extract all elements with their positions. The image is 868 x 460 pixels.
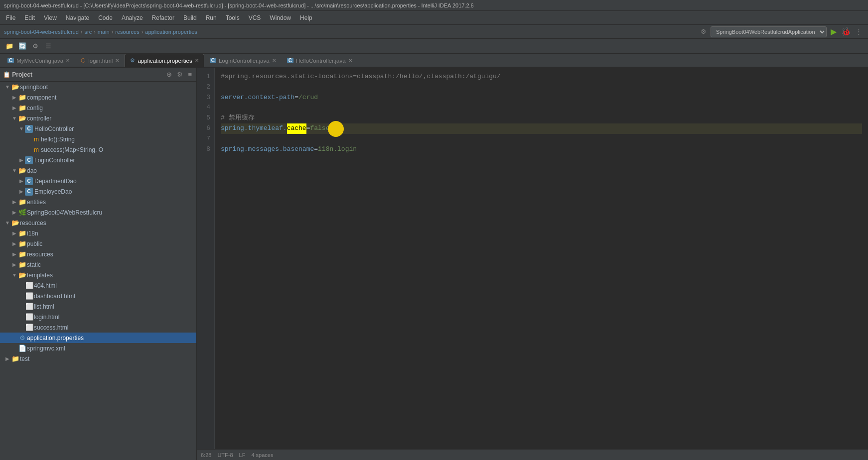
tree-label-hellocontroller: HelloController xyxy=(34,125,74,132)
tree-label-listhtml: list.html xyxy=(34,303,54,310)
sidebar-tool-sync[interactable]: ⊕ xyxy=(165,70,173,79)
code-area[interactable]: #spring.resources.static-locations=class… xyxy=(215,68,868,449)
menu-build[interactable]: Build xyxy=(179,13,201,23)
debug-button[interactable]: 🐞 xyxy=(841,26,852,37)
menu-edit[interactable]: Edit xyxy=(20,13,39,23)
breadcrumb-project[interactable]: spring-boot-04-web-restfulcrud xyxy=(4,29,79,35)
tab-close-logincontroller[interactable]: ✕ xyxy=(272,58,276,63)
run-config-dropdown[interactable]: SpringBoot04WebRestfulcrudApplication xyxy=(711,26,827,37)
breadcrumb-bar: spring-boot-04-web-restfulcrud › src › m… xyxy=(0,25,868,39)
breadcrumb-file[interactable]: application.properties xyxy=(145,29,197,35)
breadcrumb-main[interactable]: main xyxy=(98,29,110,35)
html-icon-login: ⬜ xyxy=(25,313,34,321)
tab-logincontroller[interactable]: C LoginController.java ✕ xyxy=(204,54,282,67)
folder-icon-dao: 📂 xyxy=(18,167,27,174)
menu-vcs[interactable]: VCS xyxy=(245,13,265,23)
tree-item-springboot[interactable]: ▼ 📂 springboot xyxy=(0,82,196,92)
tab-mymvcconfig[interactable]: C MyMvcConfig.java ✕ xyxy=(2,54,75,67)
tree-arrow-templates: ▼ xyxy=(11,272,18,278)
sync-icon[interactable]: 🔄 xyxy=(17,41,28,52)
tree-item-dashboardhtml[interactable]: ⬜ dashboard.html xyxy=(0,291,196,301)
tree-item-component[interactable]: ▶ 📁 component xyxy=(0,92,196,103)
tree-item-dao[interactable]: ▼ 📂 dao xyxy=(0,165,196,176)
menu-file[interactable]: File xyxy=(2,13,19,23)
tree-item-public[interactable]: ▶ 📁 public xyxy=(0,238,196,249)
tree-item-loginhtml-file[interactable]: ⬜ login.html xyxy=(0,312,196,322)
breadcrumb-resources[interactable]: resources xyxy=(115,29,139,35)
tree-item-resources-sub[interactable]: ▶ 📁 resources xyxy=(0,249,196,259)
menu-window[interactable]: Window xyxy=(266,13,295,23)
tree-item-employeedao[interactable]: ▶ C EmployeeDao xyxy=(0,186,196,197)
menu-analyze[interactable]: Analyze xyxy=(118,13,147,23)
tree-item-test[interactable]: ▶ 📁 test xyxy=(0,353,196,364)
tree-item-listhtml[interactable]: ⬜ list.html xyxy=(0,301,196,312)
tree-item-controller[interactable]: ▼ 📂 controller xyxy=(0,113,196,123)
tree-arrow-resources-sub: ▶ xyxy=(11,251,18,257)
menu-tools[interactable]: Tools xyxy=(222,13,244,23)
menu-help[interactable]: Help xyxy=(296,13,316,23)
menu-view[interactable]: View xyxy=(40,13,61,23)
tree-item-i18n[interactable]: ▶ 📁 i18n xyxy=(0,228,196,238)
tree-label-templates: templates xyxy=(27,272,53,279)
tree-arrow-controller: ▼ xyxy=(11,115,18,121)
tab-close-hellocontroller[interactable]: ✕ xyxy=(348,58,352,63)
sidebar-tool-gear[interactable]: ≡ xyxy=(186,70,193,79)
tree-item-springmvcxml[interactable]: 📄 springmvc.xml xyxy=(0,343,196,353)
folder-icon-public: 📁 xyxy=(18,240,27,247)
project-icon[interactable]: 📁 xyxy=(4,41,15,52)
tree-label-resources-sub: resources xyxy=(27,251,53,258)
tree-item-404html[interactable]: ⬜ 404.html xyxy=(0,280,196,291)
tab-close-mymvcconfig[interactable]: ✕ xyxy=(66,58,70,63)
code-equals-3: = xyxy=(294,93,298,103)
tab-close-appprops[interactable]: ✕ xyxy=(195,58,199,63)
menu-run[interactable]: Run xyxy=(202,13,221,23)
main-area: 📋 Project ⊕ ⚙ ≡ ▼ 📂 springboot ▶ 📁 compo… xyxy=(0,68,868,460)
tree-arrow-test: ▶ xyxy=(4,356,11,361)
cursor-circle xyxy=(328,121,344,137)
tab-label-mymvcconfig: MyMvcConfig.java xyxy=(16,58,63,64)
tree-label-successhtml: success.html xyxy=(34,324,68,331)
tree-item-hellocontroller[interactable]: ▼ C HelloController xyxy=(0,123,196,134)
tab-label-logincontroller: LoginController.java xyxy=(219,58,270,64)
tab-loginhtml[interactable]: ⬡ login.html ✕ xyxy=(75,54,125,67)
breadcrumb-src[interactable]: src xyxy=(84,29,92,35)
tree-arrow-employeedao: ▶ xyxy=(18,189,25,194)
tree-item-config[interactable]: ▶ 📁 config xyxy=(0,103,196,113)
more-actions-icon[interactable]: ⋮ xyxy=(853,26,864,37)
tree-item-success-method[interactable]: m success(Map<String, O xyxy=(0,144,196,155)
tree-label-hello-method: hello():String xyxy=(41,136,75,143)
settings-icon[interactable]: ⚙ xyxy=(698,26,709,37)
tree-arrow-resources: ▼ xyxy=(4,220,11,226)
tree-arrow-logincontroller: ▶ xyxy=(18,157,25,163)
tree-item-static[interactable]: ▶ 📁 static xyxy=(0,259,196,270)
tab-appprops[interactable]: ⚙ application.properties ✕ xyxy=(125,54,204,67)
tree-item-hello-method[interactable]: m hello():String xyxy=(0,134,196,144)
line-num-4: 4 xyxy=(199,103,210,113)
tab-close-loginhtml[interactable]: ✕ xyxy=(115,58,119,63)
tree-item-successhtml[interactable]: ⬜ success.html xyxy=(0,322,196,333)
code-key-6a: spring.thymeleaf. xyxy=(221,123,287,134)
tree-item-appprops-file[interactable]: ⚙ application.properties xyxy=(0,333,196,343)
tree-item-resources[interactable]: ▼ 📂 resources xyxy=(0,218,196,228)
tree-label-component: component xyxy=(27,94,56,101)
menu-navigate[interactable]: Navigate xyxy=(62,13,93,23)
tree-label-dashboardhtml: dashboard.html xyxy=(34,293,75,300)
tab-icon-appprops: ⚙ xyxy=(130,57,135,64)
tree-item-springboot04app[interactable]: ▶ 🌿 SpringBoot04WebRestfulcru xyxy=(0,207,196,218)
tree-item-templates[interactable]: ▼ 📂 templates xyxy=(0,270,196,280)
menu-code[interactable]: Code xyxy=(94,13,117,23)
folder-icon-springboot: 📂 xyxy=(11,83,20,91)
tree-item-entities[interactable]: ▶ 📁 entities xyxy=(0,197,196,207)
run-button[interactable]: ▶ xyxy=(828,26,839,37)
tree-item-logincontroller[interactable]: ▶ C LoginController xyxy=(0,155,196,165)
menu-refactor[interactable]: Refactor xyxy=(148,13,178,23)
class-icon-hellocontroller: C xyxy=(25,125,33,133)
tab-hellocontroller[interactable]: C HelloController.java ✕ xyxy=(282,54,358,67)
filter-icon[interactable]: ☰ xyxy=(43,41,54,52)
editor-area[interactable]: 1 2 3 4 5 6 7 8 #spring.resources.static… xyxy=(197,68,868,460)
tree-item-departmentdao[interactable]: ▶ C DepartmentDao xyxy=(0,176,196,186)
folder-icon-test: 📁 xyxy=(11,355,20,362)
settings-icon2[interactable]: ⚙ xyxy=(30,41,41,52)
line-num-8: 8 xyxy=(199,144,210,155)
sidebar-tool-settings[interactable]: ⚙ xyxy=(175,70,184,79)
